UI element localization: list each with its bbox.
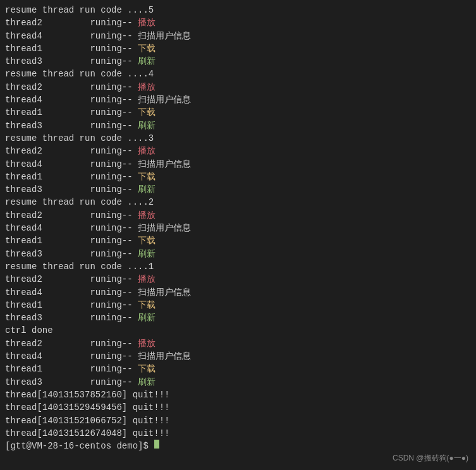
watermark: CSDN @搬砖狗(●一●) xyxy=(393,453,468,464)
terminal-line: thread3 runing-- 刷新 xyxy=(5,248,471,260)
terminal-line: thread3 runing-- 刷新 xyxy=(5,311,471,324)
terminal-line: thread1 runing-- 下载 xyxy=(5,106,471,119)
terminal-line: resume thread run code ....2 xyxy=(5,196,471,208)
terminal-line: thread4 runing-- 扫描用户信息 xyxy=(5,30,471,42)
terminal-line: thread2 runing-- 播放 xyxy=(5,145,471,157)
terminal-line: thread4 runing-- 扫描用户信息 xyxy=(5,158,471,171)
terminal-line: thread[140131529459456] quit!!! xyxy=(5,401,471,414)
terminal-line: resume thread run code ....1 xyxy=(5,260,471,273)
terminal-line: thread3 runing-- 刷新 xyxy=(5,55,471,68)
terminal-line: thread1 runing-- 下载 xyxy=(5,42,471,55)
terminal-line: thread1 runing-- 下载 xyxy=(5,234,471,247)
terminal-line: thread3 runing-- 刷新 xyxy=(5,119,471,132)
terminal-line: thread4 runing-- 扫描用户信息 xyxy=(5,222,471,234)
terminal-line: thread[140131512674048] quit!!! xyxy=(5,427,471,440)
terminal-line: thread2 runing-- 播放 xyxy=(5,337,471,350)
terminal-line: resume thread run code ....4 xyxy=(5,68,471,80)
terminal-line: thread2 runing-- 播放 xyxy=(5,81,471,93)
terminal-line: thread[140131537852160] quit!!! xyxy=(5,389,471,401)
terminal-line: thread3 runing-- 刷新 xyxy=(5,376,471,389)
terminal-line: thread1 runing-- 下载 xyxy=(5,171,471,183)
terminal-line: thread1 runing-- 下载 xyxy=(5,363,471,375)
terminal-line: thread1 runing-- 下载 xyxy=(5,299,471,311)
terminal-line: thread2 runing-- 播放 xyxy=(5,16,471,29)
terminal-line: thread4 runing-- 扫描用户信息 xyxy=(5,350,471,363)
terminal-line: thread4 runing-- 扫描用户信息 xyxy=(5,93,471,106)
terminal-line: resume thread run code ....5 xyxy=(5,4,471,16)
terminal-line: thread[140131521066752] quit!!! xyxy=(5,414,471,427)
terminal-cursor xyxy=(154,440,159,449)
terminal-line: thread2 runing-- 播放 xyxy=(5,209,471,222)
terminal-line: thread4 runing-- 扫描用户信息 xyxy=(5,286,471,299)
terminal-line: thread2 runing-- 播放 xyxy=(5,273,471,286)
terminal-line: resume thread run code ....3 xyxy=(5,132,471,145)
terminal: resume thread run code ....5thread2 runi… xyxy=(0,0,476,470)
terminal-line: thread3 runing-- 刷新 xyxy=(5,183,471,196)
terminal-line: ctrl done xyxy=(5,324,471,337)
terminal-line: [gtt@VM-28-16-centos demo]$ xyxy=(5,440,471,452)
